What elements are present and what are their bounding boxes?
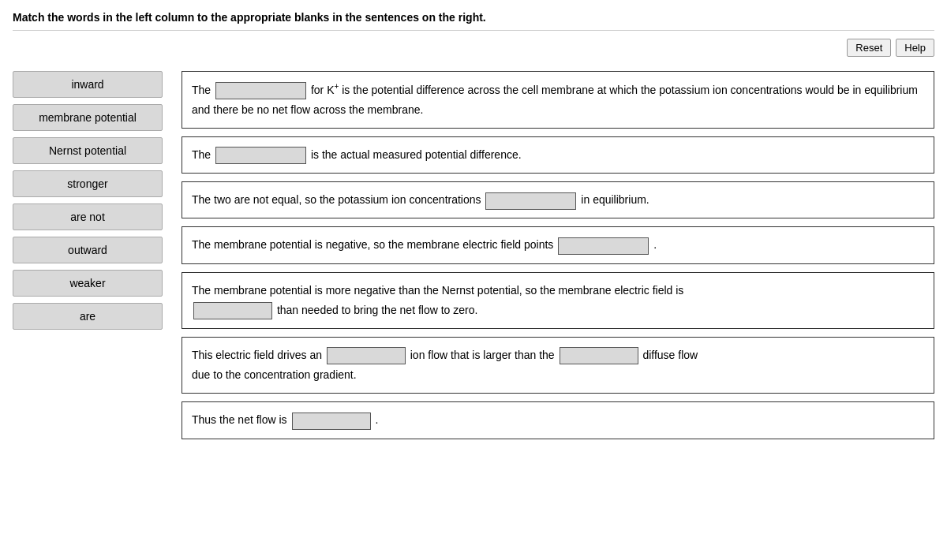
blank-6-1[interactable] <box>327 347 406 364</box>
word-are[interactable]: are <box>13 303 163 330</box>
sentence-2: The is the actual measured potential dif… <box>182 136 934 174</box>
sentence-2-text-after: is the actual measured potential differe… <box>311 148 522 161</box>
left-column: inward membrane potential Nernst potenti… <box>13 71 163 330</box>
sentence-6-text-middle: ion flow that is larger than the <box>410 349 558 361</box>
sentence-3-text-before: The two are not equal, so the potassium … <box>192 193 484 206</box>
word-nernst-potential[interactable]: Nernst potential <box>13 137 163 164</box>
sentence-7: Thus the net flow is . <box>182 401 934 439</box>
blank-3-1[interactable] <box>485 192 576 210</box>
word-are-not[interactable]: are not <box>13 203 163 230</box>
sentence-6: This electric field drives an ion flow t… <box>182 337 934 394</box>
sentence-2-text-before: The <box>192 148 214 161</box>
blank-2-1[interactable] <box>215 147 306 164</box>
sentence-6-text-before: This electric field drives an <box>192 349 325 361</box>
right-column: The for K+ is the potential difference a… <box>182 71 934 439</box>
word-inward[interactable]: inward <box>13 71 163 98</box>
blank-7-1[interactable] <box>292 413 371 430</box>
sentence-3-text-after: in equilibrium. <box>581 193 649 206</box>
toolbar: Reset Help <box>13 39 934 57</box>
blank-1-1[interactable] <box>215 82 306 99</box>
word-membrane-potential[interactable]: membrane potential <box>13 104 163 131</box>
sentence-1: The for K+ is the potential difference a… <box>182 71 934 129</box>
word-weaker[interactable]: weaker <box>13 270 163 297</box>
main-content: inward membrane potential Nernst potenti… <box>13 71 934 439</box>
help-button[interactable]: Help <box>896 39 934 57</box>
sentence-4-period: . <box>653 238 657 251</box>
sentence-5: The membrane potential is more negative … <box>182 272 934 329</box>
sentence-7-text-before: Thus the net flow is <box>192 413 290 426</box>
page-container: Match the words in the left column to th… <box>0 0 947 450</box>
sentence-5-text-after: than needed to bring the net flow to zer… <box>277 304 478 316</box>
sentence-4-text-before: The membrane potential is negative, so t… <box>192 238 556 251</box>
sentence-3: The two are not equal, so the potassium … <box>182 181 934 218</box>
instruction-text: Match the words in the left column to th… <box>13 11 934 31</box>
blank-4-1[interactable] <box>558 237 649 255</box>
sentence-1-text-before: The <box>192 84 214 96</box>
blank-5-1[interactable] <box>193 302 272 319</box>
word-stronger[interactable]: stronger <box>13 170 163 197</box>
sentence-7-period: . <box>375 413 378 426</box>
word-outward[interactable]: outward <box>13 237 163 263</box>
reset-button[interactable]: Reset <box>847 39 891 57</box>
sentence-4: The membrane potential is negative, so t… <box>182 226 934 263</box>
blank-6-2[interactable] <box>560 347 638 364</box>
sentence-5-text-before: The membrane potential is more negative … <box>192 284 683 297</box>
